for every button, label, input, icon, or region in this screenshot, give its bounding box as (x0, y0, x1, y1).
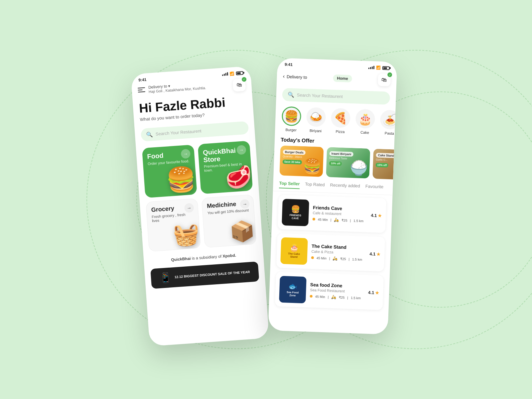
location-badge[interactable]: Home (333, 74, 352, 82)
tab-recently-added[interactable]: Recently added (330, 183, 360, 191)
friends-cave-info: Friends Cave Cafe & restaurent 45 Min | … (313, 205, 367, 223)
tab-top-seller[interactable]: Top Seller (279, 181, 300, 189)
grocery-card[interactable]: → Grocery Fresh grocery , fresh lives 🧺 (146, 198, 201, 252)
cart-button-right[interactable]: 🛍 ✓ (378, 73, 391, 86)
friends-cave-rating: 4.1 ★ (371, 213, 382, 218)
cake-stand-rating: 4.1 ★ (369, 251, 381, 256)
grocery-emoji: 🧺 (172, 221, 200, 248)
store-card[interactable]: → QuickBhai Store Premium beef & best in… (198, 141, 253, 194)
battery-icon (236, 71, 243, 75)
friends-cave-cost: ₹25 (341, 218, 347, 222)
store-emoji: 🥩 (224, 164, 253, 191)
wifi-icon-right: 📶 (376, 66, 381, 70)
bike-icon: 🛵 (334, 217, 339, 222)
restaurant-friends-cave[interactable]: 🍔 FRIENDS CAVE Friends Cave Cafe & resta… (278, 195, 386, 233)
cart-badge: ✓ (242, 77, 247, 82)
medicine-card[interactable]: → Medichine You will get 10% discount 📦 (201, 195, 257, 248)
pipe6: | (347, 296, 348, 299)
tab-top-rated[interactable]: Top Rated (305, 182, 325, 190)
category-cake[interactable]: 🎂 Cake (355, 109, 376, 135)
friends-cave-dist: 1.5 km (353, 219, 363, 223)
search-icon-right: 🔍 (288, 91, 295, 98)
cake-stand-logo: 🎂 The Cake Stand (280, 237, 308, 265)
search-bar-right[interactable]: 🔍 Search Your Restaurent (282, 88, 390, 105)
category-cake-img: 🎂 (355, 109, 375, 129)
category-pasta-label: Pasta (385, 131, 394, 135)
status-icons-right: 📶 (368, 65, 390, 70)
offer-biriyani-emoji: 🍚 (349, 159, 368, 177)
category-biriyani[interactable]: 🍛 Biriyani (306, 107, 327, 133)
food-emoji: 🍔 (165, 164, 197, 195)
footer-parent: Xpobd. (222, 253, 236, 259)
time-right: 9:41 (285, 62, 293, 67)
restaurant-cake-stand[interactable]: 🎂 The Cake Stand The Cake Stand Cake & P… (276, 233, 385, 271)
offer-biriyani-label: Iraani Biriyani (330, 151, 353, 157)
cake-stand-meta: 45 Min | 🛵 ₹25 | 1.5 km (311, 255, 365, 262)
burger-emoji: 🍔 (284, 109, 299, 123)
phone-right: 9:41 📶 ‹ Delivery to Home (268, 58, 397, 334)
search-placeholder-right: Search Your Restaurent (297, 92, 343, 99)
offer-burger-label: Burger Deals (283, 150, 306, 155)
cake-stand-dist: 1.5 km (352, 257, 362, 261)
signal-icon-right (368, 66, 374, 69)
offer-burger[interactable]: Burger Deals Quantity : 30pcs Save 30 ta… (279, 145, 324, 177)
offer-burger-emoji: 🍔 (303, 157, 322, 175)
pipe3: | (329, 256, 330, 260)
cart-button[interactable]: 🛍 ✓ (232, 78, 246, 92)
friends-cave-meta: 45 Min | 🛵 ₹25 | 1.5 km (313, 217, 367, 223)
delivery-to-label[interactable]: Delivery to (287, 74, 307, 79)
seafood-cost: ₹25 (339, 295, 344, 299)
sale-text: 12.12 BIGGEST DISCOUNT SALE OF THE YEAR (175, 270, 250, 279)
category-pasta[interactable]: 🍝 Pasta (379, 110, 396, 136)
pipe1: | (331, 218, 332, 221)
cake-emoji: 🎂 (358, 112, 372, 126)
status-icons-left: 📶 (222, 70, 243, 76)
category-burger-label: Burger (286, 128, 297, 132)
seafood-meta: 45 Min | 🛵 ₹25 | 1.5 km (310, 294, 364, 301)
grocery-card-sub: Fresh grocery , fresh lives (152, 212, 194, 223)
category-pasta-img: 🍝 (380, 110, 395, 130)
category-pizza[interactable]: 🍕 Pizza (330, 108, 351, 134)
friends-cave-logo: 🍔 FRIENDS CAVE (282, 199, 309, 226)
sale-emoji: 📱 (159, 272, 172, 284)
back-chevron-icon[interactable]: ‹ (283, 73, 285, 79)
time-dot2 (311, 256, 314, 259)
pizza-emoji: 🍕 (333, 111, 348, 125)
offer-biriyani-save: 10% off (329, 161, 342, 166)
categories-row: 🍔 Burger 🍛 Biriyani 🍕 Pizza 🎂 (275, 103, 396, 140)
pasta-emoji: 🍝 (383, 113, 396, 126)
tab-favourite[interactable]: Favourite (365, 184, 383, 192)
offer-cake-save: 15% off (375, 163, 388, 167)
offer-cake-label: Cake Stand (376, 153, 394, 158)
phone-left: 9:41 📶 Deliver (131, 66, 269, 346)
seafood-info: Sea food Zone Sea Food Restaurent 45 Min… (310, 282, 365, 301)
category-burger[interactable]: 🍔 Burger (281, 106, 302, 132)
category-cake-label: Cake (360, 130, 369, 135)
pipe2: | (350, 218, 351, 222)
food-card[interactable]: → Food Order your favourite food. 🍔 (142, 145, 197, 198)
restaurant-seafood[interactable]: 🐟 Sea Food Zone Sea food Zone Sea Food R… (275, 272, 384, 310)
search-placeholder-left: Search Your Restaurent (155, 128, 201, 137)
cake-stand-info: The Cake Stand Cake & Pizza 45 Min | 🛵 ₹… (311, 243, 366, 262)
category-pizza-img: 🍕 (331, 108, 351, 128)
bike-icon2: 🛵 (332, 256, 337, 261)
wifi-icon: 📶 (229, 71, 234, 76)
back-row: ‹ Delivery to (283, 73, 307, 80)
star-icon3: ★ (375, 290, 379, 295)
pipe4: | (348, 257, 349, 261)
signal-icon (222, 72, 228, 76)
phones-container: 9:41 📶 Deliver (140, 63, 392, 336)
seafood-logo: 🐟 Sea Food Zone (279, 276, 307, 304)
time-dot3 (310, 295, 313, 298)
category-burger-img: 🍔 (282, 106, 302, 126)
offer-biriyani[interactable]: Iraani Biriyani Delicious Taste 10% off … (326, 147, 370, 178)
offer-cake-sub: Garlic C... (376, 158, 394, 162)
seafood-rating: 4.1 ★ (368, 290, 379, 295)
offer-cake[interactable]: Cake Stand Garlic C... 15% off 🎂 (372, 149, 394, 180)
cart-badge-right: ✓ (387, 72, 392, 77)
offer-burger-save: Save 30 taka (283, 160, 302, 165)
star-icon: ★ (378, 213, 382, 218)
menu-button[interactable] (138, 87, 145, 93)
cake-stand-cost: ₹25 (340, 257, 346, 261)
friends-cave-time: 45 Min (318, 217, 328, 221)
